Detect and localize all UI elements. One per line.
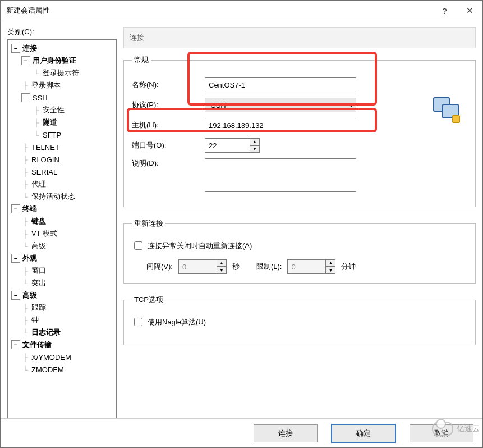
interval-up-icon[interactable]: ▲ (217, 259, 227, 267)
ok-button[interactable]: 确定 (331, 424, 396, 443)
right-column: 连接 常规 名称(N): 协议(P): (123, 27, 476, 418)
host-label: 主机(H): (132, 120, 205, 130)
dialog-footer: 连接 确定 取消 (1, 418, 482, 448)
auto-reconnect-checkbox[interactable] (134, 241, 142, 250)
nagle-checkbox[interactable] (134, 318, 142, 326)
collapse-icon[interactable]: − (11, 254, 20, 263)
group-tcp: TCP选项 使用Nagle算法(U) (123, 295, 476, 345)
title-bar: 新建会话属性 ? ✕ (1, 1, 482, 21)
cloud-icon (432, 422, 453, 436)
tree-proxy[interactable]: ├代理 (9, 178, 115, 190)
tree-keepalive[interactable]: └保持活动状态 (9, 190, 115, 203)
tree-bell[interactable]: ├钟 (9, 314, 115, 326)
group-tcp-legend: TCP选项 (132, 295, 165, 305)
collapse-icon[interactable]: − (11, 340, 20, 349)
connect-button[interactable]: 连接 (254, 424, 318, 442)
collapse-icon[interactable]: − (11, 44, 20, 53)
port-input[interactable] (205, 138, 250, 153)
group-general-legend: 常规 (132, 55, 151, 65)
tree-telnet[interactable]: ├TELNET (9, 141, 115, 153)
nagle-label: 使用Nagle算法(U) (148, 317, 206, 327)
interval-down-icon[interactable]: ▼ (217, 267, 227, 274)
watermark: 亿速云 (432, 422, 480, 436)
seconds-unit: 秒 (232, 262, 240, 272)
limit-down-icon[interactable]: ▼ (325, 267, 335, 274)
host-input[interactable] (205, 118, 356, 132)
limit-input[interactable] (287, 259, 325, 274)
tree-window[interactable]: ├窗口 (9, 264, 115, 277)
protocol-label: 协议(P): (132, 100, 205, 110)
tree-logging[interactable]: └日志记录 (9, 326, 115, 339)
tree-login-script[interactable]: ├登录脚本 (9, 79, 115, 92)
help-button[interactable]: ? (432, 1, 457, 21)
collapse-icon[interactable]: − (21, 93, 30, 102)
tree-ssh[interactable]: −SSH (9, 92, 115, 104)
collapse-icon[interactable]: − (21, 56, 30, 65)
tree-file-transfer[interactable]: −文件传输 (9, 339, 115, 351)
limit-label: 限制(L): (256, 262, 282, 272)
tree-zmodem[interactable]: └ZMODEM (9, 363, 115, 376)
tree-keyboard[interactable]: ├键盘 (9, 215, 115, 227)
tree-advanced-term[interactable]: └高级 (9, 240, 115, 252)
watermark-text: 亿速云 (457, 424, 480, 434)
dialog-window: 新建会话属性 ? ✕ 类别(C): −连接 −用户身份验证 └登录提示符 ├登录… (0, 0, 483, 448)
minutes-unit: 分钟 (341, 262, 356, 272)
port-down-icon[interactable]: ▼ (250, 145, 260, 153)
limit-up-icon[interactable]: ▲ (325, 259, 335, 267)
pane-title: 连接 (123, 27, 476, 48)
form-area: 常规 名称(N): 协议(P): SSH 主机(H): (123, 48, 476, 418)
interval-label: 间隔(V): (146, 262, 173, 272)
tree-security[interactable]: ├安全性 (9, 104, 115, 116)
tree-connection[interactable]: −连接 (9, 42, 115, 54)
left-column: 类别(C): −连接 −用户身份验证 └登录提示符 ├登录脚本 −SSH ├安全… (7, 27, 117, 418)
close-button[interactable]: ✕ (457, 1, 482, 21)
desc-textarea[interactable] (205, 158, 356, 192)
tree-xymodem[interactable]: ├X/YMODEM (9, 351, 115, 363)
tree-sftp[interactable]: └SFTP (9, 129, 115, 141)
dialog-body: 类别(C): −连接 −用户身份验证 └登录提示符 ├登录脚本 −SSH ├安全… (1, 21, 482, 448)
group-general: 常规 名称(N): 协议(P): SSH 主机(H): (123, 55, 476, 207)
tree-login-prompt[interactable]: └登录提示符 (9, 67, 115, 79)
tree-trace[interactable]: ├跟踪 (9, 301, 115, 314)
interval-spinner[interactable]: ▲ ▼ (178, 259, 227, 274)
auto-reconnect-label: 连接异常关闭时自动重新连接(A) (148, 241, 252, 251)
tree-vt-mode[interactable]: ├VT 模式 (9, 227, 115, 240)
window-title: 新建会话属性 (1, 6, 432, 16)
main-area: 类别(C): −连接 −用户身份验证 └登录提示符 ├登录脚本 −SSH ├安全… (1, 21, 482, 418)
tree-highlight[interactable]: └突出 (9, 277, 115, 289)
collapse-icon[interactable]: − (11, 204, 20, 213)
port-label: 端口号(O): (132, 140, 205, 150)
tree-serial[interactable]: ├SERIAL (9, 166, 115, 178)
category-label: 类别(C): (7, 27, 117, 37)
interval-input[interactable] (178, 259, 217, 274)
name-input[interactable] (205, 77, 356, 92)
group-reconnect: 重新连接 连接异常关闭时自动重新连接(A) 间隔(V): ▲ ▼ (123, 218, 476, 284)
port-up-icon[interactable]: ▲ (250, 138, 260, 145)
tree-advanced[interactable]: −高级 (9, 289, 115, 301)
tree-rlogin[interactable]: ├RLOGIN (9, 153, 115, 166)
tree-terminal[interactable]: −终端 (9, 203, 115, 215)
protocol-select[interactable]: SSH (205, 98, 356, 112)
limit-spinner[interactable]: ▲ ▼ (287, 259, 335, 274)
tree-user-auth[interactable]: −用户身份验证 (9, 54, 115, 67)
port-spinner[interactable]: ▲ ▼ (205, 138, 260, 153)
name-label: 名称(N): (132, 80, 205, 90)
group-reconnect-legend: 重新连接 (132, 218, 165, 228)
desc-label: 说明(D): (132, 158, 205, 168)
tree-tunnel[interactable]: ├隧道 (9, 116, 115, 129)
tree-appearance[interactable]: −外观 (9, 252, 115, 264)
category-tree[interactable]: −连接 −用户身份验证 └登录提示符 ├登录脚本 −SSH ├安全性 ├隧道 └… (7, 39, 117, 418)
collapse-icon[interactable]: − (11, 291, 20, 300)
